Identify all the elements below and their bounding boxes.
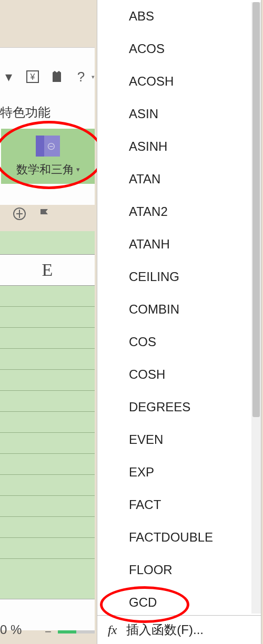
function-item-acos[interactable]: ACOS (97, 33, 251, 65)
spreadsheet-grid[interactable]: E (0, 231, 95, 609)
function-item-asin[interactable]: ASIN (97, 98, 251, 130)
ribbon-tab-special[interactable]: 特色功能 (0, 103, 50, 122)
help-icon[interactable]: ? (74, 69, 88, 84)
function-item-ceiling[interactable]: CEILING (97, 261, 251, 293)
zoom-percent-label: 0 % (0, 622, 22, 637)
function-item-exp[interactable]: EXP (97, 456, 251, 489)
sheet-row[interactable] (0, 349, 95, 370)
function-item-cos[interactable]: COS (97, 326, 251, 358)
insert-function-label: 插入函数(F)... (126, 621, 204, 638)
sheet-rows (0, 286, 95, 559)
function-item-even[interactable]: EVEN (97, 423, 251, 456)
function-dropdown-menu: ABS ACOS ACOSH ASIN ASINH ATAN ATAN2 ATA… (97, 0, 261, 644)
function-item-floor[interactable]: FLOOR (97, 554, 251, 586)
function-item-asinh[interactable]: ASINH (97, 130, 251, 163)
scrollbar-thumb[interactable] (252, 2, 260, 417)
leaf-icon[interactable] (13, 207, 26, 220)
sheet-row[interactable] (0, 433, 95, 454)
dropdown-indicator-icon[interactable]: ▾ (1, 69, 16, 84)
svg-text:¥: ¥ (30, 72, 35, 81)
insert-function-button[interactable]: fx 插入函数(F)... (97, 615, 261, 644)
dropdown-label-row: 数学和三角 ▾ (16, 162, 80, 178)
shirt-icon[interactable] (49, 69, 64, 84)
function-item-acosh[interactable]: ACOSH (97, 65, 251, 98)
sheet-row[interactable] (0, 454, 95, 475)
function-item-atan2[interactable]: ATAN2 (97, 195, 251, 228)
function-item-abs[interactable]: ABS (97, 0, 251, 33)
currency-icon[interactable]: ¥ (25, 69, 40, 84)
math-book-icon (36, 136, 60, 157)
sheet-row[interactable] (0, 475, 95, 496)
menu-scrollbar[interactable] (251, 2, 261, 614)
math-trig-dropdown-button[interactable]: 数学和三角 ▾ (1, 129, 95, 184)
function-item-combin[interactable]: COMBIN (97, 293, 251, 326)
function-item-gcd[interactable]: GCD (97, 586, 251, 615)
function-item-cosh[interactable]: COSH (97, 358, 251, 391)
chevron-down-icon: ▾ (76, 165, 80, 173)
function-item-factdouble[interactable]: FACTDOUBLE (97, 521, 251, 554)
sheet-row[interactable] (0, 538, 95, 559)
quick-toolbar: ▾ ¥ ? ▾ (1, 69, 95, 84)
zoom-slider[interactable] (58, 630, 95, 633)
zoom-minus-icon[interactable]: − (45, 625, 52, 639)
sheet-row[interactable] (0, 286, 95, 307)
sheet-row[interactable] (0, 412, 95, 433)
sheet-row[interactable] (0, 370, 95, 391)
function-item-atanh[interactable]: ATANH (97, 228, 251, 261)
flag-icon[interactable] (38, 207, 51, 220)
sheet-row[interactable] (0, 391, 95, 412)
left-panel: ▾ ¥ ? ▾ 特色功能 数学和三角 ▾ E (0, 0, 95, 644)
function-item-fact[interactable]: FACT (97, 489, 251, 521)
sheet-row[interactable] (0, 307, 95, 328)
function-item-atan[interactable]: ATAN (97, 163, 251, 195)
column-header-e[interactable]: E (0, 254, 95, 286)
sheet-row[interactable] (0, 496, 95, 517)
sheet-row[interactable] (0, 328, 95, 349)
function-list: ABS ACOS ACOSH ASIN ASINH ATAN ATAN2 ATA… (97, 0, 251, 615)
fx-icon: fx (108, 623, 117, 637)
help-dropdown-icon[interactable]: ▾ (92, 74, 95, 80)
dropdown-label: 数学和三角 (16, 162, 74, 178)
small-icons-row (13, 207, 51, 220)
sheet-row[interactable] (0, 517, 95, 538)
function-item-degrees[interactable]: DEGREES (97, 391, 251, 423)
